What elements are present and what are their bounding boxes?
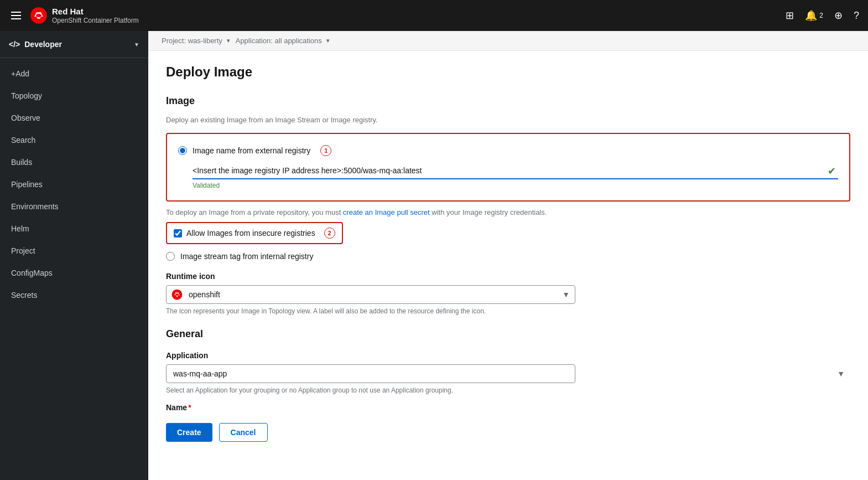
add-icon[interactable]: ⊕ [834, 9, 843, 22]
image-options-box: Image name from external registry 1 ✔ Va… [166, 133, 850, 202]
runtime-icon-select-wrapper: openshift nodejs java python ruby ▼ [166, 285, 575, 304]
code-icon: </> [9, 40, 20, 49]
notifications-count: 2 [819, 12, 823, 19]
allow-insecure-label: Allow Images from insecure registries [186, 229, 315, 238]
help-icon[interactable]: ? [854, 10, 859, 22]
redhat-logo [30, 7, 48, 24]
brand-text: Red Hat OpenShift Container Platform [52, 7, 139, 24]
private-repo-note: To deploy an Image from a private reposi… [166, 208, 850, 216]
svg-point-1 [36, 14, 41, 17]
main-content: Deploy Image Image Deploy an existing Im… [148, 51, 868, 480]
sidebar-item-label: Project [11, 246, 35, 255]
sidebar-item-environments[interactable]: Environments [0, 195, 148, 218]
general-title: General [166, 328, 850, 340]
form-actions: Create Cancel [166, 423, 850, 442]
sidebar-item-label: Topology [11, 91, 42, 100]
create-pull-secret-link[interactable]: create an Image pull secret [343, 208, 430, 216]
sidebar-item-builds[interactable]: Builds [0, 151, 148, 173]
breadcrumb-application[interactable]: Application: all applications ▼ [236, 37, 331, 45]
sidebar-item-add[interactable]: +Add [0, 63, 148, 85]
image-section-title: Image [166, 95, 850, 107]
name-field-label: Name* [166, 403, 850, 412]
sidebar-item-label: Environments [11, 202, 59, 211]
chevron-down-icon: ▼ [325, 38, 331, 44]
allow-insecure-box: Allow Images from insecure registries 2 [166, 222, 343, 244]
sidebar-item-project[interactable]: Project [0, 240, 148, 262]
create-button[interactable]: Create [166, 423, 212, 442]
brand: Red Hat OpenShift Container Platform [30, 7, 139, 24]
breadcrumb: Project: was-liberty ▼ Application: all … [148, 31, 868, 51]
context-label: </> Developer [9, 40, 62, 49]
sidebar-item-label: Builds [11, 158, 32, 167]
radio-stream-label: Image stream tag from internal registry [180, 252, 313, 261]
openshift-icon [171, 289, 183, 300]
radio-stream-input[interactable] [166, 252, 175, 261]
sidebar-item-label: Pipelines [11, 180, 43, 189]
radio-external-registry[interactable]: Image name from external registry 1 [178, 145, 838, 156]
brand-name: Red Hat [52, 7, 139, 17]
allow-insecure-checkbox[interactable] [174, 229, 182, 238]
sidebar-item-label: ConfigMaps [11, 269, 53, 277]
image-name-input[interactable] [193, 163, 838, 179]
hamburger-menu[interactable] [9, 9, 23, 22]
breadcrumb-project[interactable]: Project: was-liberty ▼ [162, 37, 231, 45]
application-select-wrapper: was-mq-aa-app No application group ▼ [166, 364, 850, 383]
radio-external-label: Image name from external registry [193, 146, 310, 155]
sidebar-item-configmaps[interactable]: ConfigMaps [0, 262, 148, 284]
sidebar-item-label: Search [11, 136, 35, 144]
brand-subtitle: OpenShift Container Platform [52, 17, 139, 24]
runtime-icon-select[interactable]: openshift nodejs java python ruby [166, 285, 575, 304]
image-section-desc: Deploy an existing Image from an Image S… [166, 116, 850, 124]
sidebar-item-label: Secrets [11, 291, 37, 300]
svg-point-3 [175, 293, 179, 296]
radio-external-input[interactable] [178, 146, 187, 155]
nav-right: ⊞ 🔔 2 ⊕ ? [786, 9, 859, 22]
page-title: Deploy Image [166, 64, 850, 80]
cancel-button[interactable]: Cancel [219, 423, 268, 442]
sidebar-context-switcher[interactable]: </> Developer ▼ [0, 31, 148, 58]
application-select-arrow-icon: ▼ [837, 369, 845, 378]
sidebar-item-label: Helm [11, 224, 29, 233]
top-navigation: Red Hat OpenShift Container Platform ⊞ 🔔… [0, 0, 868, 31]
runtime-icon-label: Runtime icon [166, 272, 850, 281]
sidebar-item-label: Observe [11, 113, 40, 122]
radio-stream-registry[interactable]: Image stream tag from internal registry [166, 252, 850, 261]
main-area: Project: was-liberty ▼ Application: all … [148, 31, 868, 480]
application-select[interactable]: was-mq-aa-app No application group [166, 364, 575, 383]
sidebar-item-pipelines[interactable]: Pipelines [0, 173, 148, 195]
context-arrow-icon: ▼ [134, 42, 139, 48]
allow-insecure-area: Allow Images from insecure registries 2 [166, 222, 850, 246]
chevron-down-icon: ▼ [226, 38, 231, 44]
sidebar-item-label: +Add [11, 69, 29, 78]
validated-check-icon: ✔ [828, 165, 836, 177]
sidebar-item-secrets[interactable]: Secrets [0, 284, 148, 306]
notifications-icon[interactable]: 🔔 2 [805, 9, 823, 22]
runtime-icon-desc: The icon represents your Image in Topolo… [166, 307, 850, 315]
image-input-area: ✔ [193, 163, 838, 179]
sidebar-item-search[interactable]: Search [0, 129, 148, 151]
sidebar-item-topology[interactable]: Topology [0, 85, 148, 107]
sidebar-nav: +Add Topology Observe Search Builds Pipe… [0, 58, 148, 480]
application-select-desc: Select an Application for your grouping … [166, 386, 850, 394]
sidebar-item-helm[interactable]: Helm [0, 218, 148, 240]
badge-2: 2 [324, 228, 335, 239]
sidebar: </> Developer ▼ +Add Topology Observe Se… [0, 31, 148, 480]
grid-icon[interactable]: ⊞ [786, 9, 794, 22]
sidebar-item-observe[interactable]: Observe [0, 107, 148, 129]
validated-text: Validated [193, 182, 838, 189]
app-body: </> Developer ▼ +Add Topology Observe Se… [0, 31, 868, 480]
general-section: General Application was-mq-aa-app No app… [166, 328, 850, 442]
application-label: Application [166, 351, 850, 360]
required-indicator: * [188, 403, 191, 412]
nav-left: Red Hat OpenShift Container Platform [9, 7, 139, 24]
badge-1: 1 [320, 145, 331, 156]
